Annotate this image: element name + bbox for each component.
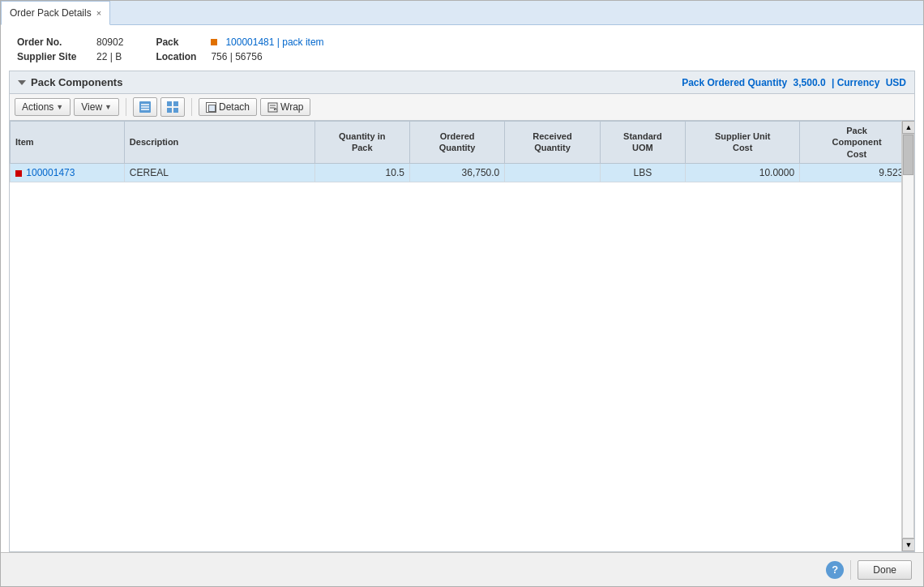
- currency-label: Currency: [837, 77, 880, 88]
- scroll-thumb[interactable]: [903, 135, 913, 175]
- cell-item: 100001473: [11, 163, 125, 182]
- help-button[interactable]: ?: [826, 561, 844, 579]
- scroll-up-arrow[interactable]: ▲: [902, 121, 914, 134]
- col-header-pack-component-cost: PackComponentCost: [800, 122, 914, 164]
- toolbar-separator-2: [191, 98, 192, 116]
- location-value: 756 | 56756: [211, 51, 262, 62]
- done-button[interactable]: Done: [858, 560, 912, 580]
- header-info: Order No. 80902 Supplier Site 22 | B Pac…: [1, 25, 923, 71]
- svg-rect-4: [167, 101, 172, 106]
- item-link[interactable]: 100001473: [26, 167, 75, 178]
- svg-rect-7: [173, 108, 178, 113]
- bottom-bar: ? Done: [1, 552, 923, 586]
- table-wrapper: Item Description Quantity inPack Ordered…: [10, 121, 914, 551]
- grid-columns-icon: [166, 101, 179, 114]
- view-dropdown-arrow: ▼: [105, 103, 112, 111]
- actions-dropdown-arrow: ▼: [56, 103, 63, 111]
- detach-icon: [206, 102, 216, 113]
- pack-orange-indicator: [211, 39, 217, 45]
- wrap-button[interactable]: Wrap: [260, 98, 310, 116]
- pack-components-section: Pack Components Pack Ordered Quantity 3,…: [9, 71, 915, 552]
- bottom-separator: [850, 560, 851, 580]
- detach-label: Detach: [219, 101, 250, 113]
- row-indicator: [15, 170, 22, 177]
- section-collapse-icon[interactable]: [18, 80, 26, 85]
- col-header-description: Description: [124, 122, 314, 164]
- edit-icon-button[interactable]: [133, 97, 157, 117]
- wrap-label: Wrap: [280, 101, 303, 113]
- location-label: Location: [156, 51, 204, 62]
- order-no-value: 80902: [96, 36, 123, 48]
- tab-label: Order Pack Details: [10, 7, 92, 19]
- cell-ordered-qty: 36,750.0: [409, 163, 504, 182]
- pack-value[interactable]: 100001481 | pack item: [225, 36, 323, 48]
- separator-pipe: |: [832, 77, 837, 88]
- col-header-item: Item: [11, 122, 125, 164]
- toolbar-separator-1: [126, 98, 126, 116]
- table-container[interactable]: Item Description Quantity inPack Ordered…: [10, 121, 914, 551]
- cell-qty-in-pack: 10.5: [314, 163, 409, 182]
- col-header-received-qty: ReceivedQuantity: [505, 122, 600, 164]
- order-no-label: Order No.: [17, 36, 90, 48]
- table-row[interactable]: 100001473 CEREAL 10.5 36,750.0 LBS 10.00…: [11, 163, 914, 182]
- pack-ordered-qty-label: Pack Ordered Quantity: [682, 77, 787, 88]
- pack-components-table: Item Description Quantity inPack Ordered…: [10, 121, 914, 182]
- scroll-track[interactable]: [902, 134, 914, 538]
- table-toolbar: Actions ▼ View ▼: [10, 94, 914, 121]
- cell-received-qty: [505, 163, 600, 182]
- svg-rect-5: [173, 101, 178, 106]
- section-header: Pack Components Pack Ordered Quantity 3,…: [10, 71, 914, 94]
- order-info-block: Order No. 80902 Supplier Site 22 | B: [17, 36, 123, 62]
- pack-ordered-qty-value: 3,500.0: [794, 77, 826, 88]
- view-label: View: [81, 101, 102, 113]
- actions-button[interactable]: Actions ▼: [15, 98, 71, 116]
- col-header-qty-in-pack: Quantity inPack: [314, 122, 409, 164]
- supplier-site-value: 22 | B: [96, 51, 122, 62]
- wrap-icon: [267, 102, 278, 113]
- pack-info-block: Pack 100001481 | pack item Location 756 …: [156, 36, 323, 62]
- tab-close-icon[interactable]: ×: [96, 8, 101, 18]
- cell-supplier-unit-cost: 10.0000: [686, 163, 800, 182]
- grid-icon-button[interactable]: [160, 97, 185, 117]
- section-meta: Pack Ordered Quantity 3,500.0 | Currency…: [682, 77, 906, 88]
- actions-label: Actions: [22, 101, 53, 113]
- pack-label: Pack: [156, 36, 204, 48]
- col-header-supplier-unit-cost: Supplier UnitCost: [686, 122, 800, 164]
- view-button[interactable]: View ▼: [74, 98, 119, 116]
- detach-button[interactable]: Detach: [199, 98, 257, 116]
- active-tab[interactable]: Order Pack Details ×: [1, 1, 110, 25]
- table-scrollbar[interactable]: ▲ ▼: [901, 121, 914, 551]
- supplier-site-label: Supplier Site: [17, 51, 90, 62]
- edit-rows-icon: [139, 101, 152, 114]
- col-header-ordered-qty: OrderedQuantity: [409, 122, 504, 164]
- svg-rect-6: [167, 108, 172, 113]
- cell-standard-uom: LBS: [600, 163, 686, 182]
- scroll-down-arrow[interactable]: ▼: [902, 538, 914, 551]
- currency-value: USD: [886, 77, 906, 88]
- cell-pack-component-cost: 9.5238: [800, 163, 914, 182]
- col-header-standard-uom: StandardUOM: [600, 122, 686, 164]
- cell-description: CEREAL: [124, 163, 314, 182]
- section-title: Pack Components: [31, 76, 122, 88]
